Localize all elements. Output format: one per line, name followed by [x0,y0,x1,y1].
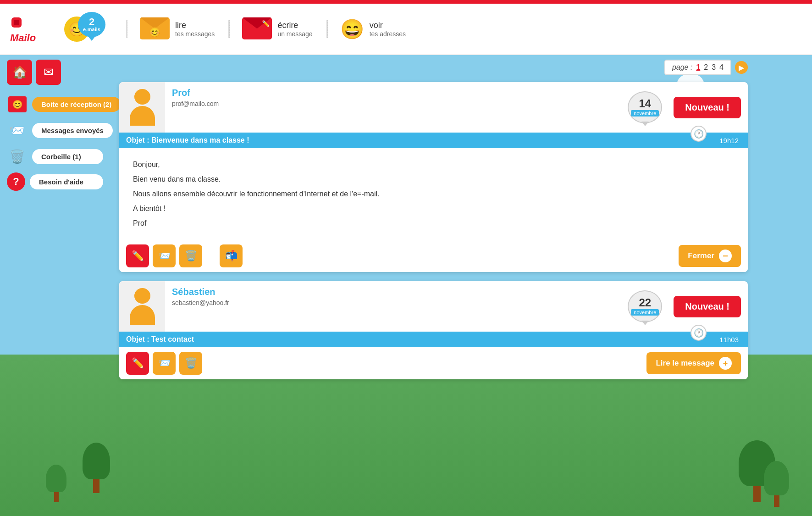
date-circle-1: 14 novembre [628,91,662,123]
nav-item-lire[interactable]: 😊 lire tes messages [126,17,228,40]
mail-icon-button[interactable]: ✉ [36,60,61,85]
nouveau-button-2[interactable]: Nouveau ! [674,296,741,317]
envelope-icon: 😊 [140,17,170,40]
voir-text: voir tes adresses [370,21,406,38]
lire-message-label-2: Lire le message [656,359,714,368]
laughing-emoji-icon: 😄 [340,18,364,40]
date-bubble-2: 22 novembre [623,281,667,332]
avatar-person-2 [126,288,158,325]
avatar-person-1 [126,89,158,126]
date-bubble-1: 14 novembre [623,82,667,133]
date-circle-2: 22 novembre [628,290,662,322]
lire-icon-wrap: 😊 [140,17,170,40]
help-emoji-icon: ? [7,172,25,191]
content-area: page : 1 2 3 4 ▶ Prof [110,55,757,516]
voir-icon-wrap: 😄 [340,18,364,40]
pagination-box: page : 1 2 3 4 [664,60,731,75]
sent-label: Messages envoyés [32,123,113,138]
message-1-body: Bonjour, Bien venu dans ma classe. Nous … [119,148,748,240]
sender-email-1: prof@mailo.com [172,100,616,107]
sidebar-item-help[interactable]: ? Besoin d'aide [7,172,103,191]
extra-button-1[interactable]: 📬 [220,244,243,267]
message-card-1: Prof prof@mailo.com 14 novembre Nouveau … [119,82,748,272]
avatar-head-1 [134,89,150,105]
fermer-label-1: Fermer [688,251,714,261]
logo-icon [9,14,37,32]
time-text-2: 11h03 [719,336,739,344]
message-card-2: Sébastien sebastien@yahoo.fr 22 novembre… [119,281,748,379]
message-1-actions: ✏️ 📨 🗑️ 📬 Fermer − [119,240,748,272]
top-stripe [0,0,812,4]
pagination-bar: page : 1 2 3 4 ▶ [119,60,748,75]
sender-name-2: Sébastien [172,287,616,297]
forward-button-2[interactable]: 📨 [153,352,176,375]
sender-name-1: Prof [172,88,616,98]
clock-icon-1: 🕐 [690,126,707,142]
nouveau-button-1[interactable]: Nouveau ! [674,97,741,118]
logo-area[interactable]: Mailo [9,14,37,44]
lire-circle-icon: + [719,357,732,370]
nav-item-emails[interactable]: 😊 2 e-mails [50,17,103,42]
trash-label: Corbeille (1) [32,149,103,164]
subject-text-1: Objet : Bienvenue dans ma classe ! [126,136,719,144]
message-2-avatar [119,281,165,332]
page-1[interactable]: 1 [696,63,700,72]
message-2-header: Sébastien sebastien@yahoo.fr 22 novembre… [119,281,748,332]
body-line-6: A bientôt ! [133,201,734,216]
forward-button-1[interactable]: 📨 [153,244,176,267]
body-line-0: Bonjour, [133,157,734,172]
page-2[interactable]: 2 [704,63,708,72]
message-1-avatar [119,82,165,133]
logo-text: Mailo [10,32,36,44]
message-1-subject-bar: Objet : Bienvenue dans ma classe ! 🕐 19h… [119,133,748,148]
nav-item-ecrire[interactable]: ✏️ écrire un message [228,17,326,40]
page-4[interactable]: 4 [719,63,724,72]
avatar-body-1 [130,106,155,126]
delete-button-1[interactable]: 🗑️ [179,244,202,267]
lire-message-button-2[interactable]: Lire le message + [646,352,741,374]
sent-emoji-icon: 📨 [7,120,28,141]
trash-emoji-icon: 🗑️ [7,146,28,167]
reply-button-1[interactable]: ✏️ [126,244,149,267]
delete-button-2[interactable]: 🗑️ [179,352,202,375]
email-count-bubble: 2 e-mails [78,12,105,37]
reply-button-2[interactable]: ✏️ [126,352,149,375]
sidebar-top-icons: 🏠 ✉ [7,60,103,85]
message-1-info: Prof prof@mailo.com [165,82,623,133]
message-2-actions: ✏️ 📨 🗑️ Lire le message + [119,347,748,379]
message-1-header: Prof prof@mailo.com 14 novembre Nouveau … [119,82,748,133]
lire-text: lire tes messages [175,21,215,38]
help-label: Besoin d'aide [30,174,103,189]
message-2-info: Sébastien sebastien@yahoo.fr [165,281,623,332]
tree-right-2 [764,461,789,507]
svg-rect-1 [14,20,19,25]
nav-item-voir[interactable]: 😄 voir tes adresses [326,18,420,40]
avatar-head-2 [134,288,150,304]
body-line-2: Bien venu dans ma classe. [133,172,734,187]
inbox-label: Boite de réception (2) [32,97,121,112]
write-envelope-icon: ✏️ [242,17,272,40]
ecrire-icon-wrap: ✏️ [242,17,272,40]
header-nav: 😊 2 e-mails 😊 [50,17,803,42]
sidebar: 🏠 ✉ 😊 Boite de réception (2) 📨 Messages … [0,55,110,516]
sidebar-item-sent[interactable]: 📨 Messages envoyés [7,120,103,141]
fermer-circle-icon: − [719,250,732,262]
fermer-button-1[interactable]: Fermer − [679,245,741,267]
page-3[interactable]: 3 [712,63,716,72]
message-2-subject-bar: Objet : Test contact 🕐 11h03 [119,332,748,347]
ecrire-text: écrire un message [277,21,312,38]
sidebar-item-trash[interactable]: 🗑️ Corbeille (1) [7,146,103,167]
sidebar-nav: 😊 Boite de réception (2) 📨 Messages envo… [7,94,103,191]
time-text-1: 19h12 [719,137,739,144]
body-line-8: Prof [133,216,734,231]
page-label: page : [672,63,692,72]
pagination-next-arrow[interactable]: ▶ [735,61,748,74]
header: Mailo 😊 2 e-mails [0,4,812,55]
clock-icon-2: 🕐 [690,325,707,341]
emails-icon-wrap: 😊 2 e-mails [64,17,89,42]
sidebar-item-inbox[interactable]: 😊 Boite de réception (2) [7,94,103,115]
inbox-emoji-icon: 😊 [7,94,28,115]
home-button[interactable]: 🏠 [7,60,32,85]
subject-text-2: Objet : Test contact [126,335,719,344]
main-area: 🏠 ✉ 😊 Boite de réception (2) 📨 Messages … [0,55,812,516]
